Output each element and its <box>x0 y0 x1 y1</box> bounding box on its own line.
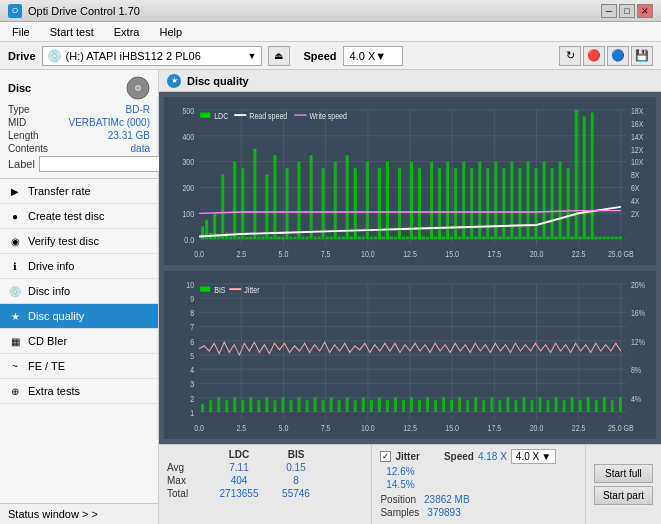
sidebar-item-disc-info[interactable]: 💿 Disc info <box>0 279 158 304</box>
sidebar-item-fe-te[interactable]: ~ FE / TE <box>0 354 158 379</box>
transfer-rate-icon: ▶ <box>8 184 22 198</box>
minimize-button[interactable]: ─ <box>601 4 617 18</box>
drive-icon: 💿 <box>47 49 62 63</box>
speed-stat-value: 4.18 X <box>478 451 507 462</box>
sidebar-item-drive-info[interactable]: ℹ Drive info <box>0 254 158 279</box>
svg-rect-126 <box>522 237 525 240</box>
svg-text:5: 5 <box>190 351 194 361</box>
samples-value: 379893 <box>427 507 460 518</box>
stats-bar: LDC BIS Avg 7.11 0.15 Max 404 8 Total 27… <box>159 444 661 524</box>
svg-text:5.0: 5.0 <box>279 423 289 433</box>
svg-rect-141 <box>583 116 586 239</box>
svg-rect-134 <box>555 237 558 240</box>
svg-rect-150 <box>619 237 622 240</box>
disc-quality-label: Disc quality <box>28 310 84 322</box>
eject-button[interactable]: ⏏ <box>268 46 290 66</box>
toolbar-btn-1[interactable]: 🔴 <box>583 46 605 66</box>
sidebar-item-extra-tests[interactable]: ⊕ Extra tests <box>0 379 158 404</box>
disc-quality-header-icon: ★ <box>167 74 181 88</box>
start-part-button[interactable]: Start part <box>594 486 653 505</box>
status-window-button[interactable]: Status window > > <box>0 503 158 524</box>
drivebar: Drive 💿 (H:) ATAPI iHBS112 2 PL06 ▼ ⏏ Sp… <box>0 42 661 70</box>
svg-rect-131 <box>543 162 546 240</box>
svg-text:25.0 GB: 25.0 GB <box>608 249 634 259</box>
menu-file[interactable]: File <box>8 25 34 39</box>
svg-text:7: 7 <box>190 323 194 333</box>
disc-image <box>126 76 150 100</box>
fe-te-label: FE / TE <box>28 360 65 372</box>
svg-rect-215 <box>290 400 293 412</box>
toolbar-btn-2[interactable]: 🔵 <box>607 46 629 66</box>
start-buttons: Start full Start part <box>585 445 661 524</box>
speed-selector[interactable]: 4.0 X ▼ <box>343 46 403 66</box>
speed-value: 4.0 X <box>350 50 376 62</box>
svg-rect-238 <box>474 398 477 412</box>
svg-text:16X: 16X <box>631 119 644 129</box>
svg-rect-210 <box>249 398 252 412</box>
svg-rect-255 <box>611 400 614 412</box>
sidebar-item-verify-test-disc[interactable]: ◉ Verify test disc <box>0 229 158 254</box>
label-input[interactable] <box>39 156 172 172</box>
svg-rect-89 <box>374 237 377 240</box>
mid-value: VERBATIMc (000) <box>69 117 151 128</box>
svg-rect-143 <box>591 113 594 240</box>
sidebar-item-create-test-disc[interactable]: ● Create test disc <box>0 204 158 229</box>
sidebar-item-cd-bier[interactable]: ▦ CD BIer <box>0 329 158 354</box>
sidebar-item-disc-quality[interactable]: ★ Disc quality <box>0 304 158 329</box>
svg-rect-122 <box>506 237 509 240</box>
svg-rect-84 <box>354 168 357 239</box>
menu-start-test[interactable]: Start test <box>46 25 98 39</box>
svg-text:LDC: LDC <box>214 111 228 121</box>
disc-quality-icon: ★ <box>8 309 22 323</box>
svg-rect-220 <box>330 398 333 412</box>
svg-text:10X: 10X <box>631 158 644 168</box>
drive-text: (H:) ATAPI iHBS112 2 PL06 <box>66 50 248 62</box>
svg-rect-230 <box>410 398 413 412</box>
svg-text:8X: 8X <box>631 171 640 181</box>
jitter-checkbox[interactable]: ✓ <box>380 451 391 462</box>
length-label: Length <box>8 130 39 141</box>
svg-rect-59 <box>253 149 256 239</box>
drive-selector[interactable]: 💿 (H:) ATAPI iHBS112 2 PL06 ▼ <box>42 46 262 66</box>
svg-rect-246 <box>539 398 542 412</box>
svg-rect-244 <box>522 398 525 412</box>
start-full-button[interactable]: Start full <box>594 464 653 483</box>
svg-rect-121 <box>502 168 505 239</box>
transfer-rate-label: Transfer rate <box>28 185 91 197</box>
svg-text:Read speed: Read speed <box>249 111 287 121</box>
refresh-button[interactable]: ↻ <box>559 46 581 66</box>
svg-rect-58 <box>249 237 252 240</box>
disc-quality-title: Disc quality <box>187 75 249 87</box>
save-button[interactable]: 💾 <box>631 46 653 66</box>
jitter-label: Jitter <box>395 451 419 462</box>
titlebar: O Opti Drive Control 1.70 ─ □ ✕ <box>0 0 661 22</box>
svg-rect-245 <box>530 400 533 412</box>
svg-text:20.0: 20.0 <box>530 423 544 433</box>
svg-rect-91 <box>382 237 385 240</box>
svg-text:2X: 2X <box>631 209 640 219</box>
svg-rect-142 <box>587 237 590 240</box>
svg-text:4%: 4% <box>631 394 641 404</box>
menu-extra[interactable]: Extra <box>110 25 144 39</box>
svg-rect-221 <box>338 400 341 412</box>
length-value: 23.31 GB <box>108 130 150 141</box>
menu-help[interactable]: Help <box>155 25 186 39</box>
speed-stat-selector[interactable]: 4.0 X ▼ <box>511 449 556 464</box>
svg-rect-112 <box>466 237 469 240</box>
drive-info-icon: ℹ <box>8 259 22 273</box>
svg-text:12.5: 12.5 <box>403 249 417 259</box>
svg-text:500: 500 <box>182 106 194 116</box>
position-label: Position <box>380 494 416 505</box>
svg-rect-88 <box>370 237 373 240</box>
svg-text:14X: 14X <box>631 132 644 142</box>
maximize-button[interactable]: □ <box>619 4 635 18</box>
close-button[interactable]: ✕ <box>637 4 653 18</box>
sidebar-item-transfer-rate[interactable]: ▶ Transfer rate <box>0 179 158 204</box>
svg-rect-102 <box>426 237 429 240</box>
svg-rect-235 <box>450 400 453 412</box>
svg-rect-57 <box>245 237 248 240</box>
svg-rect-233 <box>434 400 437 412</box>
svg-rect-65 <box>277 237 280 240</box>
label-label: Label <box>8 158 35 170</box>
svg-rect-227 <box>386 400 389 412</box>
